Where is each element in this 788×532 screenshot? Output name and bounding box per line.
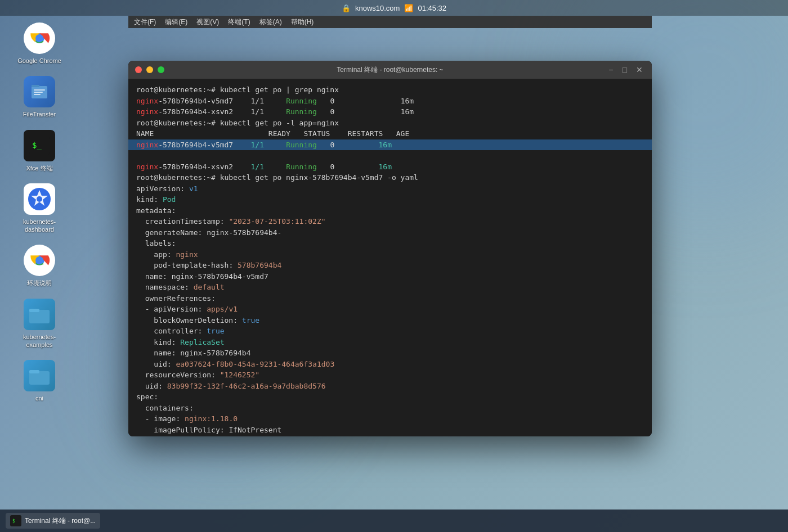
svg-rect-6 — [34, 92, 43, 93]
taskbar-terminal-icon: $ — [10, 515, 21, 526]
taskbar-terminal-label: Terminal 终端 - root@... — [25, 516, 96, 526]
win-restore-btn[interactable]: □ — [620, 65, 629, 74]
menu-edit[interactable]: 编辑(E) — [165, 17, 187, 27]
terminal-menu-bar: 文件(F) 编辑(E) 视图(V) 终端(T) 标签(A) 帮助(H) — [128, 16, 652, 28]
svg-rect-5 — [34, 89, 45, 91]
maximize-button[interactable] — [158, 66, 164, 73]
k8s-examples-label: kubernetes-examples — [17, 333, 62, 349]
svg-point-12 — [37, 196, 42, 202]
svg-rect-4 — [32, 85, 39, 87]
window-controls — [135, 66, 164, 73]
signal-icon: 📶 — [404, 4, 413, 12]
terminal-content[interactable]: root@kubernetes:~# kubectl get po | grep… — [128, 79, 652, 436]
svg-rect-19 — [29, 370, 39, 373]
terminal-window: Terminal 终端 - root@kubernetes: ~ − □ ✕ r… — [128, 61, 652, 436]
time-label: 01:45:32 — [418, 4, 446, 12]
taskbar: $ Terminal 终端 - root@... — [0, 510, 788, 532]
domain-label: knows10.com — [355, 4, 400, 12]
desktop-icon-filetransfer[interactable]: FileTransfer — [17, 76, 62, 118]
terminal-win-controls: − □ ✕ — [606, 65, 645, 74]
svg-text:$: $ — [12, 519, 15, 524]
desktop: 🔒 knows10.com 📶 01:45:32 Google Chrome — [0, 0, 788, 532]
env-label: 环境说明 — [27, 279, 52, 287]
menu-tab[interactable]: 标签(A) — [259, 17, 282, 27]
desktop-icon-chrome[interactable]: Google Chrome — [17, 22, 62, 65]
win-minimize-btn[interactable]: − — [606, 65, 615, 74]
desktop-icon-env[interactable]: 环境说明 — [17, 245, 62, 287]
desktop-icons: Google Chrome FileTransfer $_ — [17, 22, 62, 403]
filetransfer-label: FileTransfer — [23, 110, 56, 118]
svg-rect-7 — [34, 94, 41, 95]
svg-point-15 — [35, 256, 43, 264]
mac-topbar: 🔒 knows10.com 📶 01:45:32 — [0, 0, 788, 16]
svg-text:$_: $_ — [32, 141, 42, 150]
terminal-title: Terminal 终端 - root@kubernetes: ~ — [337, 65, 443, 75]
desktop-icon-k8s[interactable]: kubernetes-dashboard — [17, 183, 62, 234]
close-button[interactable] — [135, 66, 142, 73]
desktop-icon-cni[interactable]: cni — [17, 360, 62, 402]
domain-icon: 🔒 — [342, 4, 351, 12]
menu-file[interactable]: 文件(F) — [134, 17, 156, 27]
win-close-btn[interactable]: ✕ — [634, 65, 645, 74]
menu-help[interactable]: 帮助(H) — [291, 17, 314, 27]
svg-point-2 — [35, 34, 43, 42]
taskbar-terminal[interactable]: $ Terminal 终端 - root@... — [6, 513, 100, 529]
terminal-titlebar: Terminal 终端 - root@kubernetes: ~ − □ ✕ — [128, 61, 652, 79]
k8s-dashboard-label: kubernetes-dashboard — [17, 218, 62, 234]
desktop-icon-k8s-examples[interactable]: kubernetes-examples — [17, 299, 62, 349]
cni-label: cni — [35, 394, 43, 402]
chrome-label: Google Chrome — [17, 57, 61, 65]
minimize-button[interactable] — [146, 66, 153, 73]
desktop-icon-terminal[interactable]: $_ Xfce 终端 — [17, 130, 62, 172]
menu-view[interactable]: 视图(V) — [196, 17, 219, 27]
menu-terminal[interactable]: 终端(T) — [228, 17, 250, 27]
terminal-label: Xfce 终端 — [26, 164, 52, 172]
svg-rect-17 — [29, 309, 39, 312]
